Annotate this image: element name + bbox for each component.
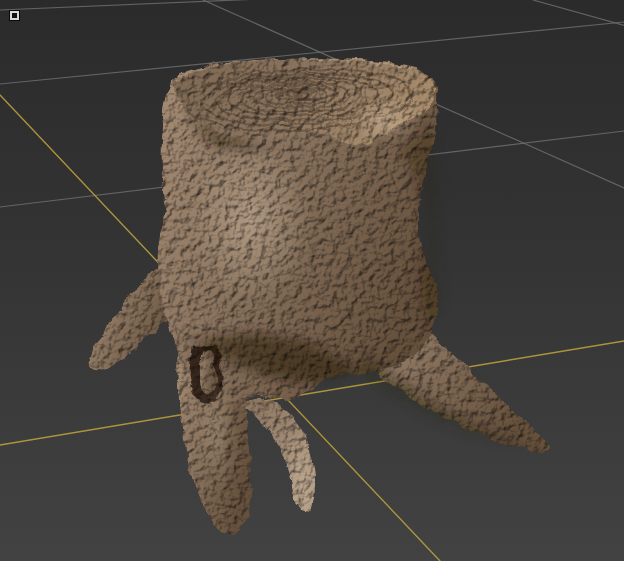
model-tree-stump[interactable]: [86, 56, 548, 532]
3d-viewport[interactable]: [0, 0, 624, 561]
top-front-bump: [348, 94, 420, 142]
viewport-anchor-icon[interactable]: [10, 11, 19, 20]
viewport-scene: [0, 0, 624, 561]
